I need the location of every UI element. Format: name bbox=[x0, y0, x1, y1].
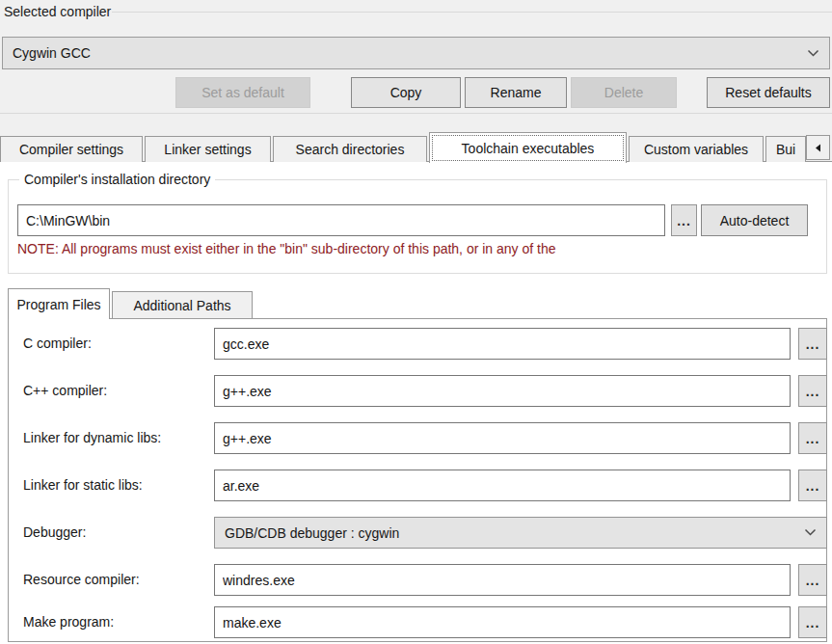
set-as-default-button[interactable]: Set as default bbox=[175, 77, 310, 108]
debugger-select[interactable]: GDB/CDB debugger : cygwin bbox=[214, 517, 827, 549]
c-compiler-browse-button[interactable]: ... bbox=[798, 328, 827, 360]
make-program-input[interactable] bbox=[214, 606, 791, 638]
compiler-select[interactable]: Cygwin GCC bbox=[2, 37, 830, 69]
installation-note: NOTE: All programs must exist either in … bbox=[17, 241, 556, 256]
delete-button[interactable]: Delete bbox=[571, 77, 677, 108]
arrow-left-icon bbox=[815, 140, 821, 155]
cpp-compiler-browse-button[interactable]: ... bbox=[798, 375, 827, 407]
tab-toolchain-executables[interactable]: Toolchain executables bbox=[429, 132, 627, 163]
resource-compiler-label: Resource compiler: bbox=[23, 564, 140, 596]
selected-compiler-group-label: Selected compiler bbox=[4, 4, 111, 19]
groupbox-top-line bbox=[112, 12, 832, 13]
tab-scroll-left-button[interactable] bbox=[806, 135, 830, 160]
chevron-down-icon bbox=[807, 49, 819, 58]
tab-build-options-clipped[interactable]: Bui bbox=[765, 136, 806, 162]
resource-compiler-input[interactable] bbox=[214, 564, 791, 596]
debugger-label: Debugger: bbox=[23, 517, 86, 549]
copy-button[interactable]: Copy bbox=[351, 77, 461, 108]
compiler-select-value: Cygwin GCC bbox=[13, 45, 91, 61]
tab-search-directories[interactable]: Search directories bbox=[273, 136, 427, 162]
debugger-select-value: GDB/CDB debugger : cygwin bbox=[225, 525, 399, 541]
dynamic-linker-label: Linker for dynamic libs: bbox=[23, 422, 161, 454]
make-program-browse-button[interactable]: ... bbox=[798, 606, 827, 638]
make-program-label: Make program: bbox=[23, 606, 114, 638]
c-compiler-input[interactable] bbox=[214, 328, 791, 360]
dynamic-linker-input[interactable] bbox=[214, 422, 791, 454]
installation-path-input[interactable] bbox=[17, 204, 665, 236]
static-linker-label: Linker for static libs: bbox=[23, 470, 143, 501]
installation-group-label: Compiler's installation directory bbox=[19, 172, 215, 187]
chevron-down-icon bbox=[804, 528, 817, 537]
c-compiler-label: C compiler: bbox=[23, 328, 92, 360]
static-linker-browse-button[interactable]: ... bbox=[798, 470, 827, 501]
groupbox-bottom-line bbox=[0, 113, 832, 114]
tab-linker-settings[interactable]: Linker settings bbox=[145, 136, 271, 162]
cpp-compiler-input[interactable] bbox=[214, 375, 791, 407]
cpp-compiler-label: C++ compiler: bbox=[23, 375, 107, 407]
tab-custom-variables[interactable]: Custom variables bbox=[629, 136, 764, 162]
rename-button[interactable]: Rename bbox=[465, 77, 567, 108]
dynamic-linker-browse-button[interactable]: ... bbox=[798, 422, 827, 454]
installation-browse-button[interactable]: ... bbox=[671, 204, 697, 236]
resource-compiler-browse-button[interactable]: ... bbox=[798, 564, 827, 596]
static-linker-input[interactable] bbox=[214, 470, 791, 501]
reset-defaults-button[interactable]: Reset defaults bbox=[707, 77, 830, 108]
tab-program-files[interactable]: Program Files bbox=[8, 288, 110, 319]
tab-focus-outline bbox=[433, 136, 623, 160]
tab-compiler-settings[interactable]: Compiler settings bbox=[0, 136, 143, 162]
tab-additional-paths[interactable]: Additional Paths bbox=[112, 291, 253, 318]
auto-detect-button[interactable]: Auto-detect bbox=[701, 204, 808, 236]
